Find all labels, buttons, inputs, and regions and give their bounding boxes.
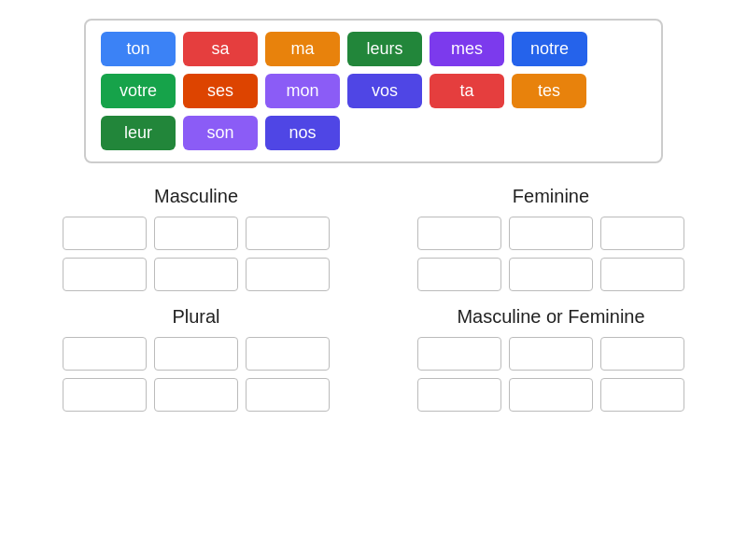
category-masculine-feminine: Masculine or Feminine bbox=[392, 306, 710, 412]
drop-box-feminine-3[interactable] bbox=[417, 258, 501, 291]
drop-grid-plural bbox=[63, 337, 330, 412]
category-title-masculine: Masculine bbox=[154, 186, 238, 207]
drop-box-masculine-5[interactable] bbox=[246, 258, 330, 291]
drop-box-masculine-0[interactable] bbox=[63, 217, 147, 250]
drop-box-masculine-feminine-5[interactable] bbox=[600, 378, 684, 412]
category-title-masculine-feminine: Masculine or Feminine bbox=[457, 306, 644, 328]
drop-box-plural-4[interactable] bbox=[154, 378, 238, 412]
drop-grid-masculine bbox=[63, 217, 330, 291]
drop-grid-feminine bbox=[417, 217, 684, 291]
word-tile-tes[interactable]: tes bbox=[512, 74, 586, 108]
word-tile-ta[interactable]: ta bbox=[430, 74, 504, 108]
category-masculine: Masculine bbox=[37, 186, 355, 291]
word-tile-sa[interactable]: sa bbox=[183, 32, 258, 66]
drop-box-masculine-feminine-1[interactable] bbox=[509, 337, 593, 371]
category-title-plural: Plural bbox=[172, 306, 219, 328]
word-bank: tonsamaleursmesnotrevotresesmonvostatesl… bbox=[84, 19, 663, 163]
drop-box-masculine-feminine-2[interactable] bbox=[600, 337, 684, 371]
word-tile-ton[interactable]: ton bbox=[101, 32, 176, 66]
drop-box-plural-2[interactable] bbox=[246, 337, 330, 371]
drop-box-plural-5[interactable] bbox=[246, 378, 330, 412]
category-feminine: Feminine bbox=[392, 186, 710, 291]
word-tile-ses[interactable]: ses bbox=[183, 74, 258, 108]
drop-box-feminine-4[interactable] bbox=[509, 258, 593, 291]
drop-box-feminine-5[interactable] bbox=[600, 258, 684, 291]
drop-box-plural-1[interactable] bbox=[154, 337, 238, 371]
word-tile-son[interactable]: son bbox=[183, 116, 258, 150]
word-tile-leur[interactable]: leur bbox=[101, 116, 176, 150]
word-tile-mes[interactable]: mes bbox=[430, 32, 504, 66]
drop-box-masculine-1[interactable] bbox=[154, 217, 238, 250]
drop-box-masculine-3[interactable] bbox=[63, 258, 147, 291]
word-tile-votre[interactable]: votre bbox=[101, 74, 176, 108]
drop-box-masculine-2[interactable] bbox=[246, 217, 330, 250]
drop-box-masculine-feminine-4[interactable] bbox=[509, 378, 593, 412]
word-tile-leurs[interactable]: leurs bbox=[347, 32, 422, 66]
word-tile-vos[interactable]: vos bbox=[347, 74, 422, 108]
drop-box-masculine-feminine-0[interactable] bbox=[417, 337, 501, 371]
drop-grid-masculine-feminine bbox=[417, 337, 684, 412]
drop-box-plural-0[interactable] bbox=[63, 337, 147, 371]
categories-grid: MasculineFemininePluralMasculine or Femi… bbox=[37, 186, 710, 427]
word-tile-nos[interactable]: nos bbox=[265, 116, 340, 150]
category-plural: Plural bbox=[37, 306, 355, 412]
drop-box-masculine-4[interactable] bbox=[154, 258, 238, 291]
drop-box-feminine-2[interactable] bbox=[600, 217, 684, 250]
category-title-feminine: Feminine bbox=[513, 186, 589, 207]
word-tile-mon[interactable]: mon bbox=[265, 74, 340, 108]
drop-box-masculine-feminine-3[interactable] bbox=[417, 378, 501, 412]
drop-box-plural-3[interactable] bbox=[63, 378, 147, 412]
word-tile-ma[interactable]: ma bbox=[265, 32, 340, 66]
word-tile-notre[interactable]: notre bbox=[512, 32, 587, 66]
drop-box-feminine-1[interactable] bbox=[509, 217, 593, 250]
drop-box-feminine-0[interactable] bbox=[417, 217, 501, 250]
